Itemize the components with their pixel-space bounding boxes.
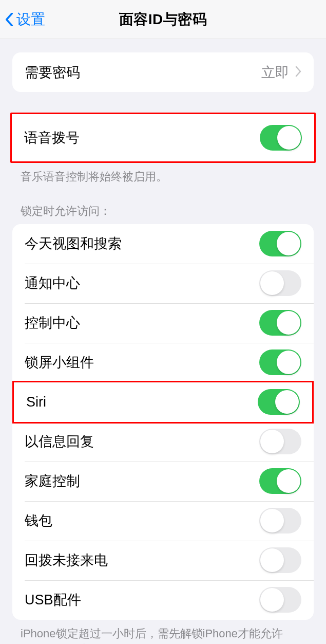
row-label: 控制中心: [25, 314, 80, 332]
toggle-switch[interactable]: [259, 508, 301, 533]
row-label: 锁屏小组件: [25, 353, 94, 372]
footer-voice-dial: 音乐语音控制将始终被启用。: [0, 163, 326, 185]
chevron-left-icon: [4, 12, 14, 27]
row-label: 通知中心: [25, 274, 80, 292]
row-lock-access-item: 以信息回复: [12, 422, 314, 462]
highlight-siri: Siri: [12, 381, 314, 424]
toggle-switch[interactable]: [259, 587, 301, 613]
toggle-switch[interactable]: [259, 270, 301, 296]
toggle-switch[interactable]: [259, 231, 301, 256]
row-lock-access-item: 钱包: [12, 501, 314, 541]
row-label: Siri: [26, 394, 46, 410]
row-lock-access-item: 控制中心: [12, 303, 314, 343]
back-label: 设置: [16, 10, 45, 29]
row-label: 今天视图和搜索: [25, 234, 122, 253]
navigation-bar: 设置 面容ID与密码: [0, 0, 326, 39]
row-value: 立即: [261, 63, 289, 82]
row-label: 需要密码: [25, 63, 80, 82]
row-voice-dial: 语音拨号: [12, 114, 314, 161]
row-lock-access-item: 通知中心: [12, 264, 314, 303]
row-lock-access-item: 今天视图和搜索: [12, 224, 314, 264]
toggle-switch[interactable]: [259, 310, 301, 336]
page-title: 面容ID与密码: [119, 10, 207, 29]
row-label: 家庭控制: [25, 472, 80, 490]
toggle-switch[interactable]: [259, 429, 301, 454]
toggle-switch[interactable]: [259, 547, 301, 573]
row-label: 语音拨号: [24, 128, 80, 147]
row-label: 回拨未接来电: [25, 551, 108, 569]
group-voice-dial: 语音拨号: [12, 114, 314, 161]
row-label: 钱包: [25, 511, 52, 530]
row-lock-access-item: Siri: [14, 382, 312, 422]
row-require-passcode[interactable]: 需要密码 立即: [12, 52, 314, 92]
row-label: USB配件: [25, 591, 81, 609]
toggle-switch[interactable]: [258, 389, 300, 415]
row-lock-access-item: 锁屏小组件: [12, 343, 314, 382]
group-lock-access: 今天视图和搜索通知中心控制中心锁屏小组件Siri以信息回复家庭控制钱包回拨未接来…: [12, 224, 314, 620]
chevron-right-icon: [295, 66, 301, 79]
row-lock-access-item: 回拨未接来电: [12, 541, 314, 580]
group-passcode: 需要密码 立即: [12, 52, 314, 92]
row-lock-access-item: 家庭控制: [12, 462, 314, 501]
highlight-voice-dial: 语音拨号: [10, 113, 316, 163]
row-label: 以信息回复: [25, 432, 94, 451]
section-header-lock-access: 锁定时允许访问：: [0, 204, 326, 224]
footer-lock-access: iPhone锁定超过一小时后，需先解锁iPhone才能允许USB配件连接。: [0, 620, 326, 644]
toggle-voice-dial[interactable]: [260, 125, 302, 151]
back-button[interactable]: 设置: [4, 10, 45, 29]
row-value-wrap: 立即: [261, 63, 301, 82]
toggle-switch[interactable]: [259, 468, 301, 494]
row-lock-access-item: USB配件: [12, 580, 314, 620]
toggle-switch[interactable]: [259, 349, 301, 375]
